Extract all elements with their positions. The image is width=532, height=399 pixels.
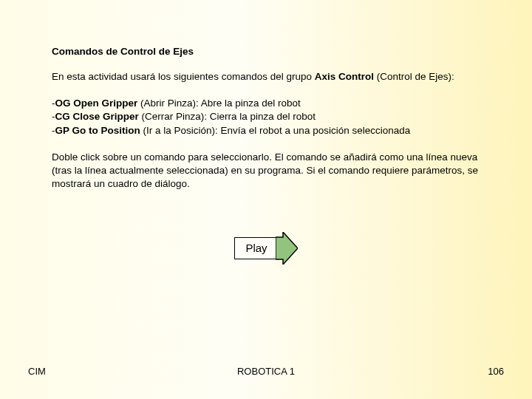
cmd-desc: (Ir a la Posición): Envía el robot a una… (140, 125, 410, 136)
cmd-code: GP Go to Position (55, 125, 140, 136)
footer-left: CIM (28, 366, 46, 377)
intro-paragraph: En esta actividad usará los siguientes c… (52, 70, 480, 83)
intro-text-pre: En esta actividad usará los siguientes c… (52, 71, 315, 82)
cmd-code: CG Close Gripper (55, 111, 139, 122)
cmd-desc: (Cerrar Pinza): Cierra la pinza del robo… (139, 111, 316, 122)
footer-center: ROBOTICA 1 (237, 366, 295, 377)
command-list: -OG Open Gripper (Abrir Pinza): Abre la … (52, 97, 480, 137)
command-item: -OG Open Gripper (Abrir Pinza): Abre la … (52, 97, 480, 110)
cmd-desc: (Abrir Pinza): Abre la pinza del robot (137, 98, 301, 109)
footer-right: 106 (488, 366, 504, 377)
play-button[interactable]: Play (234, 232, 297, 265)
svg-marker-0 (276, 232, 298, 265)
cmd-code: OG Open Gripper (55, 98, 138, 109)
command-item: -CG Close Gripper (Cerrar Pinza): Cierra… (52, 110, 480, 123)
intro-text-bold: Axis Control (315, 71, 374, 82)
instructions-paragraph: Doble click sobre un comando para selecc… (52, 151, 480, 191)
intro-text-post: (Control de Ejes): (374, 71, 454, 82)
heading: Comandos de Control de Ejes (52, 46, 480, 57)
arrow-right-icon (276, 232, 298, 265)
command-item: -GP Go to Position (Ir a la Posición): E… (52, 124, 480, 137)
footer: CIM ROBOTICA 1 106 (0, 366, 532, 377)
play-label: Play (234, 237, 276, 259)
